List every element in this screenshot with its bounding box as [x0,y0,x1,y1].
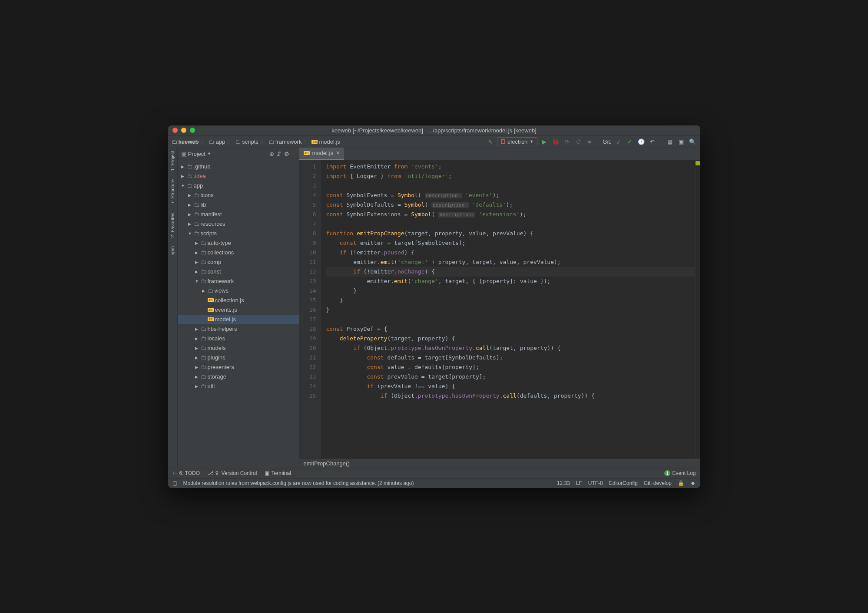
tool-windows-toggle[interactable]: ▢ [172,480,177,486]
tree-node[interactable]: ▶🗀.github [178,162,299,171]
code-line[interactable]: if (prevValue !== value) { [326,382,695,391]
tool-window-button[interactable]: 1: Project [170,151,175,171]
line-number[interactable]: 16 [299,305,316,315]
line-number[interactable]: 1 [299,162,316,171]
tree-arrow-icon[interactable]: ▶ [195,260,199,264]
run-configuration-selector[interactable]: electron ▼ [497,137,537,146]
revert-button[interactable]: ↶ [648,137,657,146]
line-number[interactable]: 6 [299,210,316,219]
run-coverage-button[interactable]: ⟳ [563,137,571,146]
tree-arrow-icon[interactable]: ▶ [195,346,199,350]
code-line[interactable]: if (!emitter.noChange) { [326,267,695,277]
line-number[interactable]: 14 [299,286,316,296]
tree-arrow-icon[interactable]: ▶ [195,336,199,341]
hide-panel-button[interactable]: − [292,151,295,157]
tree-node[interactable]: ▼🗀scripts [178,229,299,238]
editor-breadcrumb[interactable]: emitPropChange() [299,458,700,468]
git-branch[interactable]: Git: develop [644,480,672,486]
tree-arrow-icon[interactable]: ▶ [188,222,192,226]
code-line[interactable]: } [326,296,695,305]
inspector-icon[interactable]: ☻ [690,480,696,486]
editor-overview-ruler[interactable] [695,160,700,458]
caret-position[interactable]: 12:33 [557,480,570,486]
line-number[interactable]: 13 [299,277,316,286]
tree-node[interactable]: ▶🗀models [178,343,299,353]
tree-node[interactable]: ▶🗀manifest [178,210,299,219]
tree-arrow-icon[interactable]: ▶ [181,165,186,169]
code-line[interactable]: emitter.emit('change', target, { [proper… [326,277,695,286]
history-button[interactable]: 🕓 [637,137,646,146]
tree-arrow-icon[interactable]: ▶ [195,241,199,245]
line-number[interactable]: 8 [299,229,316,238]
line-number[interactable]: 20 [299,343,316,353]
editorconfig-indicator[interactable]: EditorConfig [609,480,638,486]
panel-settings-button[interactable]: ⚙ [284,151,289,157]
search-everywhere-button[interactable]: 🔍 [688,137,697,146]
code-line[interactable]: const SymbolExtensions = Symbol( descrip… [326,210,695,219]
editor-tab[interactable]: JSmodel.js✕ [299,148,344,160]
line-number[interactable]: 21 [299,353,316,363]
tree-arrow-icon[interactable]: ▶ [188,193,192,198]
tree-node[interactable]: ▶🗀icons [178,191,299,200]
code-line[interactable]: if (!emitter.paused) { [326,248,695,257]
maximize-window-button[interactable] [190,128,195,133]
breadcrumb-item[interactable]: 🗀keeweb [172,138,199,145]
run-button[interactable]: ▶ [540,137,549,146]
tool-window-button[interactable]: 7: Structure [170,179,175,204]
code-line[interactable]: } [326,286,695,296]
line-number[interactable]: 4 [299,191,316,200]
line-separator[interactable]: LF [576,480,582,486]
event-log-button[interactable]: 1 Event Log [664,470,696,476]
code-line[interactable] [326,219,695,229]
tree-node[interactable]: ▶🗀storage [178,372,299,382]
minimize-window-button[interactable] [181,128,186,133]
stop-button[interactable]: ■ [585,137,594,146]
vcs-commit-button[interactable]: ✓ [626,137,634,146]
code-line[interactable]: import EventEmitter from 'events'; [326,162,695,171]
tree-node[interactable]: JSevents.js [178,305,299,315]
code-line[interactable] [326,181,695,191]
code-line[interactable]: const prevValue = target[property]; [326,372,695,382]
line-number[interactable]: 7 [299,219,316,229]
expand-all-button[interactable]: ⇵ [277,151,282,157]
code-line[interactable]: const value = defaults[property]; [326,363,695,372]
code-editor[interactable]: 1234567891011121314151617181920212223242… [299,160,700,458]
line-number[interactable]: 15 [299,296,316,305]
code-line[interactable]: emitter.emit('change:' + property, targe… [326,257,695,267]
tree-node[interactable]: ▶🗀views [178,286,299,296]
code-line[interactable]: const emitter = target[SymbolEvents]; [326,238,695,248]
tree-arrow-icon[interactable]: ▶ [195,375,199,379]
tree-node[interactable]: ▶🗀resources [178,219,299,229]
breadcrumb-item[interactable]: 🗀app [209,138,225,145]
code-line[interactable]: if (Object.prototype.hasOwnProperty.call… [326,343,695,353]
code-line[interactable]: } [326,305,695,315]
lock-icon[interactable]: 🔒 [678,480,684,486]
tree-arrow-icon[interactable]: ▶ [195,270,199,274]
ide-settings-button[interactable]: ▣ [677,137,686,146]
tree-node[interactable]: ▶🗀collections [178,248,299,257]
code-line[interactable]: if (Object.prototype.hasOwnProperty.call… [326,391,695,401]
project-tree[interactable]: ▶🗀.github▶🗀.idea▼🗀app▶🗀icons▶🗀lib▶🗀manif… [178,160,299,468]
build-button[interactable]: ⇖ [486,137,494,146]
file-encoding[interactable]: UTF-8 [588,480,603,486]
close-tab-button[interactable]: ✕ [336,150,340,156]
close-window-button[interactable] [172,128,178,133]
tool-window-button[interactable]: npm [170,246,175,255]
line-number[interactable]: 17 [299,315,316,324]
debug-button[interactable]: 🐞 [551,137,560,146]
tree-node[interactable]: ▶🗀hbs-helpers [178,324,299,334]
line-number[interactable]: 11 [299,257,316,267]
breadcrumb-item[interactable]: JSmodel.js [311,138,340,145]
profile-button[interactable]: ⏱ [574,137,583,146]
tool-window-button[interactable]: 2: Favorites [170,213,175,237]
tree-node[interactable]: ▶🗀const [178,267,299,277]
breadcrumb-item[interactable]: 🗀scripts [235,138,258,145]
code-line[interactable]: deleteProperty(target, property) { [326,334,695,343]
code-line[interactable]: const SymbolDefaults = Symbol( descripti… [326,200,695,210]
vcs-update-button[interactable]: ↙ [614,137,623,146]
line-number[interactable]: 23 [299,372,316,382]
tree-arrow-icon[interactable]: ▶ [195,356,199,360]
tree-arrow-icon[interactable]: ▶ [195,250,199,255]
tree-arrow-icon[interactable]: ▼ [195,279,199,283]
terminal-tool-button[interactable]: ▣Terminal [265,470,291,476]
